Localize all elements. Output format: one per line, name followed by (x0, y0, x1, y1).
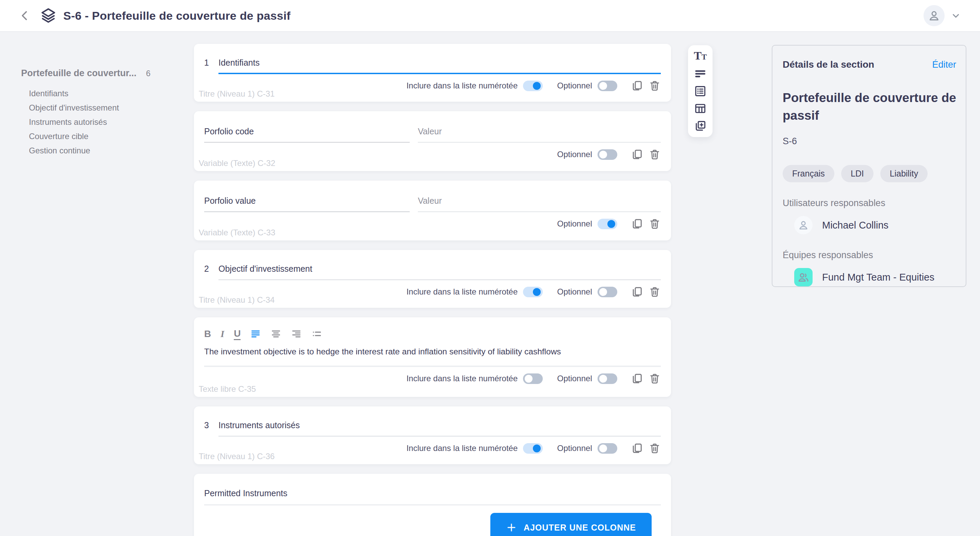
optional-toggle[interactable] (598, 373, 617, 384)
block-meta: Titre (Niveau 1) C-34 (199, 295, 275, 305)
optional-toggle[interactable] (598, 443, 617, 454)
table-tool[interactable] (694, 102, 707, 115)
variable-value-input[interactable]: Valeur (418, 126, 661, 143)
heading-input[interactable]: Identifiants (218, 57, 661, 74)
duplicate-icon[interactable] (631, 442, 643, 454)
add-block-icon (694, 119, 707, 132)
back-button[interactable] (19, 10, 30, 21)
block-editor: 1 Identifiants Inclure dans la liste num… (194, 44, 671, 536)
italic-button[interactable]: I (221, 328, 224, 339)
optional-toggle[interactable] (598, 219, 617, 229)
include-numbered-toggle[interactable] (523, 373, 543, 384)
optional-toggle[interactable] (598, 81, 617, 91)
align-right-icon[interactable] (291, 328, 302, 339)
add-column-label: AJOUTER UNE COLONNE (524, 523, 636, 533)
duplicate-icon[interactable] (631, 79, 643, 92)
duplicate-icon[interactable] (631, 148, 643, 160)
trash-icon[interactable] (649, 286, 661, 298)
block-number: 1 (204, 57, 218, 68)
heading-block: 3 Instruments autorisés Inclure dans la … (194, 406, 671, 464)
bullet-list-icon[interactable] (311, 328, 322, 339)
block-meta: Texte libre C-35 (199, 384, 256, 394)
section-nav: Portefeuille de couvertur... 6 Identifia… (21, 68, 167, 155)
variable-block: Porfolio value Valeur Optionnel Variable… (194, 181, 671, 241)
nav-item-identifiants[interactable]: Identifiants (29, 89, 167, 98)
include-numbered-toggle[interactable] (523, 287, 543, 297)
trash-icon[interactable] (649, 442, 661, 454)
people-icon (797, 271, 810, 283)
variable-name-input[interactable]: Porfolio value (204, 195, 410, 212)
user-avatar (924, 5, 945, 26)
table-block: Permitted Instruments AJOUTER UNE COLONN… (194, 474, 671, 536)
freetext-input[interactable]: The investment objective is to hedge the… (204, 347, 661, 367)
underline-button[interactable]: U (234, 328, 240, 340)
optional-label: Optionnel (557, 219, 592, 228)
section-title: Portefeuille de couverture de passif (783, 89, 956, 124)
text-style-tool[interactable]: TT (694, 50, 707, 63)
block-meta: Titre (Niveau 1) C-31 (199, 89, 275, 98)
text-style-icon: TT (694, 50, 707, 63)
top-bar: S-6 - Portefeuille de couverture de pass… (0, 0, 980, 32)
trash-icon[interactable] (649, 79, 661, 92)
duplicate-icon[interactable] (631, 286, 643, 298)
table-title-value: Permitted Instruments (204, 488, 288, 498)
optional-label: Optionnel (557, 150, 592, 159)
user-avatar (794, 216, 813, 234)
page-title: S-6 - Portefeuille de couverture de pass… (63, 9, 291, 22)
duplicate-icon[interactable] (631, 218, 643, 230)
include-numbered-label: Inclure dans la liste numérotée (406, 81, 517, 90)
trash-icon[interactable] (649, 148, 661, 160)
add-column-button[interactable]: AJOUTER UNE COLONNE (490, 513, 652, 536)
block-meta: Variable (Texte) C-33 (199, 228, 275, 237)
block-number: 2 (204, 263, 218, 274)
nav-item-gestion[interactable]: Gestion continue (29, 147, 167, 155)
align-center-icon[interactable] (270, 328, 282, 339)
user-name: Michael Collins (822, 220, 888, 231)
heading-value: Identifiants (218, 58, 259, 67)
tag-language: Français (783, 165, 834, 182)
heading-input[interactable]: Instruments autorisés (218, 420, 661, 437)
nav-item-instruments[interactable]: Instruments autorisés (29, 118, 167, 126)
bold-button[interactable]: B (204, 328, 211, 339)
details-heading: Détails de la section (783, 59, 874, 70)
rich-text-toolbar: B I U (204, 317, 661, 341)
section-details-panel: Détails de la section Éditer Portefeuill… (772, 45, 966, 287)
insert-toolbar: TT (688, 45, 713, 137)
chevron-down-icon (951, 11, 961, 21)
heading-input[interactable]: Objectif d'investissement (218, 263, 661, 280)
plus-icon (506, 522, 517, 533)
variable-value-input[interactable]: Valeur (418, 195, 661, 212)
align-left-icon[interactable] (250, 328, 261, 339)
paragraph-icon (694, 67, 707, 80)
include-numbered-toggle[interactable] (523, 81, 543, 91)
block-meta: Titre (Niveau 1) C-36 (199, 452, 275, 461)
person-icon (798, 219, 809, 231)
optional-toggle[interactable] (598, 287, 617, 297)
table-title-input[interactable]: Permitted Instruments (204, 488, 661, 505)
list-tool[interactable] (694, 85, 707, 98)
freetext-value: The investment objective is to hedge the… (204, 347, 561, 356)
chevron-left-icon (19, 10, 30, 21)
trash-icon[interactable] (649, 218, 661, 230)
variable-name-value: Porfolio value (204, 196, 256, 205)
heading-block: 2 Objectif d'investissement Inclure dans… (194, 250, 671, 308)
section-code: S-6 (783, 136, 956, 147)
nav-item-objectif[interactable]: Objectif d'investissement (29, 104, 167, 112)
list-box-icon (694, 85, 707, 98)
variable-name-input[interactable]: Porfolio code (204, 126, 410, 143)
optional-label: Optionnel (557, 287, 592, 297)
nav-item-couverture[interactable]: Couverture cible (29, 132, 167, 140)
user-menu[interactable] (924, 5, 961, 26)
duplicate-icon[interactable] (631, 373, 643, 385)
section-nav-heading[interactable]: Portefeuille de couvertur... (21, 68, 137, 79)
paragraph-tool[interactable] (694, 67, 707, 80)
add-block-tool[interactable] (694, 119, 707, 132)
freetext-block: B I U The investment objective is to hed… (194, 317, 671, 397)
edit-link[interactable]: Éditer (932, 60, 956, 70)
trash-icon[interactable] (649, 373, 661, 385)
include-numbered-toggle[interactable] (523, 443, 543, 454)
optional-toggle[interactable] (598, 149, 617, 160)
optional-label: Optionnel (557, 374, 592, 383)
tag-liability: Liability (880, 165, 928, 182)
variable-name-value: Porfolio code (204, 127, 254, 136)
